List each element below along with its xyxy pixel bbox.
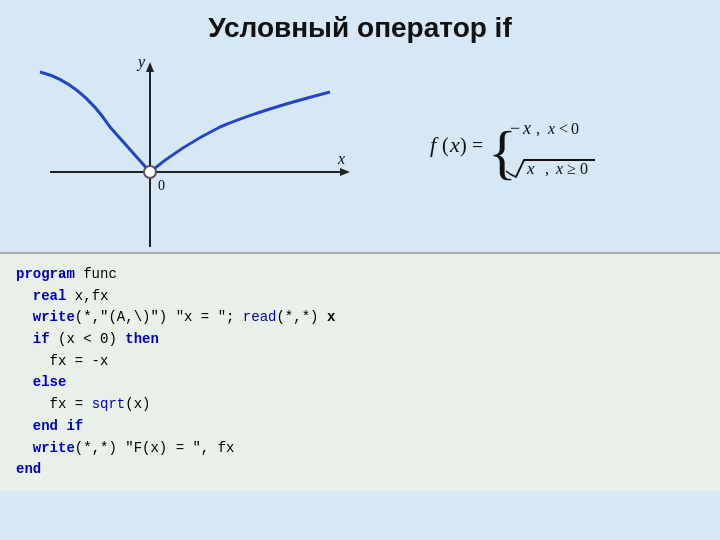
kw-write1: write: [33, 309, 75, 325]
title-text: Условный оператор if: [0, 12, 720, 44]
formula-comma-bot: ,: [545, 160, 549, 177]
code-line-6: else: [16, 372, 704, 394]
code-line-3: write(*,"(A,\)") "x = "; read(*,*) x: [16, 307, 704, 329]
zero-label: 0: [158, 178, 165, 193]
kw-else: else: [33, 374, 67, 390]
kw-program: program: [16, 266, 75, 282]
kw-end: end: [16, 461, 41, 477]
formula-x-cond-bot: x: [555, 160, 563, 177]
formula-paren-open: (: [442, 134, 449, 157]
origin-circle: [144, 166, 156, 178]
y-arrow: [146, 62, 154, 72]
kw-then: then: [125, 331, 159, 347]
formula-x: x: [449, 132, 460, 157]
formula-area: f ( x ) = { − x , x < 0 x , x ≥ 0: [380, 52, 700, 252]
formula-x-top: x: [522, 118, 531, 138]
code-line-5: fx = -x: [16, 351, 704, 373]
formula-gte: ≥: [567, 160, 576, 177]
code-line-10: end: [16, 459, 704, 481]
kw-real: real: [33, 288, 67, 304]
formula-paren-close: ): [460, 134, 467, 157]
fn-sqrt: sqrt: [92, 396, 126, 412]
neg-curve: [40, 72, 150, 172]
code-line-8: end if: [16, 416, 704, 438]
formula-zero-top: 0: [571, 120, 579, 137]
pos-curve: [150, 92, 330, 172]
code-line-9: write(*,*) "F(x) = ", fx: [16, 438, 704, 460]
formula-zero-bot: 0: [580, 160, 588, 177]
formula-equals: =: [472, 134, 483, 156]
formula-x-sqrt: x: [526, 159, 535, 178]
formula-svg: f ( x ) = { − x , x < 0 x , x ≥ 0: [420, 92, 660, 212]
code-line-1: program func: [16, 264, 704, 286]
code-line-2: real x,fx: [16, 286, 704, 308]
x-arrow: [340, 168, 350, 176]
x-axis-label: x: [337, 150, 345, 167]
fn-read: read: [243, 309, 277, 325]
formula-fx: f: [430, 132, 439, 157]
code-area: program func real x,fx write(*,"(A,\)") …: [0, 252, 720, 491]
graph-area: x y 0: [20, 52, 380, 252]
formula-comma-top: ,: [536, 120, 540, 137]
kw-end-if: end if: [33, 418, 83, 434]
code-line-7: fx = sqrt(x): [16, 394, 704, 416]
code-line-4: if (x < 0) then: [16, 329, 704, 351]
formula-neg-x: −: [510, 118, 520, 138]
kw-if: if: [33, 331, 50, 347]
formula-x-cond-top: x: [547, 120, 555, 137]
kw-write2: write: [33, 440, 75, 456]
page-title: Условный оператор if: [0, 0, 720, 52]
y-axis-label: y: [136, 53, 146, 71]
formula-lt: <: [559, 120, 568, 137]
